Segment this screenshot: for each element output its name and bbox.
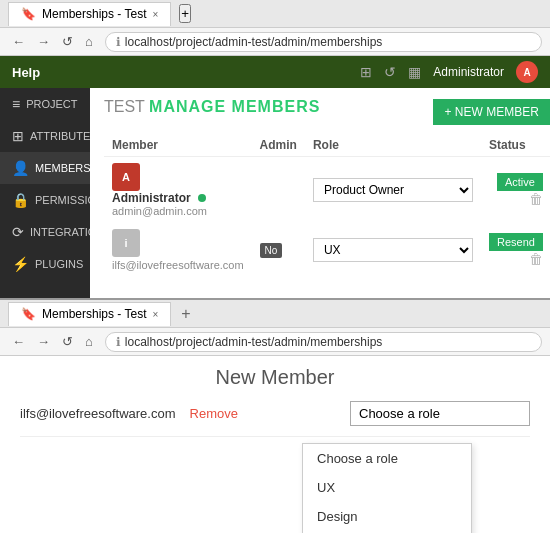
active-tab-bottom[interactable]: 🔖 Memberships - Test × (8, 302, 171, 326)
address-input-top[interactable]: ℹ localhost/project/admin-test/admin/mem… (105, 32, 542, 52)
col-admin: Admin (252, 134, 305, 157)
remove-link[interactable]: Remove (190, 406, 238, 421)
help-label: Help (12, 65, 40, 80)
sidebar-item-attributes[interactable]: ⊞ ATTRIBUTES (0, 120, 90, 152)
role-cell-1: Product Owner (305, 157, 481, 224)
sidebar-item-permissions[interactable]: 🔒 PERMISSIONS (0, 184, 90, 216)
dropdown-item-ux[interactable]: UX (303, 473, 471, 502)
title-row: TEST MANAGE MEMBERS + NEW MEMBER (104, 98, 550, 126)
browser-window-top: 🔖 Memberships - Test × + ← → ↺ ⌂ ℹ local… (0, 0, 550, 56)
delete-icon-1[interactable]: 🗑 (529, 191, 543, 207)
add-tab-top[interactable]: + (179, 4, 191, 23)
back-btn-bottom[interactable]: ← (8, 332, 29, 351)
admin-cell-1 (252, 157, 305, 224)
status-active-btn[interactable]: Active (497, 173, 543, 191)
dropdown-spacer: Choose a role UX Design Front Back Produ… (292, 443, 530, 533)
col-status: Status (481, 134, 550, 157)
address-bar-row-bottom: ← → ↺ ⌂ ℹ localhost/project/admin-test/a… (0, 328, 550, 356)
back-btn-top[interactable]: ← (8, 32, 29, 51)
role-cell-2: UX (305, 223, 481, 277)
member-avatar-2: i (112, 229, 140, 257)
active-tab-top[interactable]: 🔖 Memberships - Test × (8, 2, 171, 26)
info-icon-bottom: ℹ (116, 335, 121, 349)
reload-btn-bottom[interactable]: ↺ (58, 332, 77, 351)
status-cell-2: Resend 🗑 (481, 223, 550, 277)
image-icon[interactable]: ▦ (408, 64, 421, 80)
new-member-button[interactable]: + NEW MEMBER (433, 99, 550, 125)
header-right: ⊞ ↺ ▦ Administrator A (360, 61, 538, 83)
grid-icon[interactable]: ⊞ (360, 64, 372, 80)
member-cell-2: i ilfs@ilovefreesoftware.com (104, 223, 252, 277)
plugins-icon: ⚡ (12, 256, 29, 272)
members-table: Member Admin Role Status A Administrator (104, 134, 550, 277)
integrations-icon: ⟳ (12, 224, 24, 240)
favicon-icon-bottom: 🔖 (21, 307, 36, 321)
role-dropdown-menu: Choose a role UX Design Front Back Produ… (302, 443, 472, 533)
attributes-icon: ⊞ (12, 128, 24, 144)
nav-buttons-top: ← → ↺ ⌂ (8, 32, 97, 51)
forward-btn-bottom[interactable]: → (33, 332, 54, 351)
role-select-new[interactable]: Choose a role UX Design Front Back Produ… (350, 401, 530, 426)
test-label: TEST (104, 98, 145, 115)
info-icon: ℹ (116, 35, 121, 49)
members-icon: 👤 (12, 160, 29, 176)
sidebar-label-members: MEMBERS (35, 162, 91, 174)
new-member-modal: New Member ilfs@ilovefreesoftware.com Re… (0, 356, 550, 533)
online-indicator-1 (198, 194, 206, 202)
add-member-row: Member Administrator + Choose a role UX … (20, 436, 530, 533)
nav-buttons-bottom: ← → ↺ ⌂ (8, 332, 97, 351)
close-tab-top[interactable]: × (152, 9, 158, 20)
delete-icon-2[interactable]: 🗑 (529, 251, 543, 267)
member-avatar-1: A (112, 163, 140, 191)
address-input-bottom[interactable]: ℹ localhost/project/admin-test/admin/mem… (105, 332, 542, 352)
refresh-icon[interactable]: ↺ (384, 64, 396, 80)
member-email-2: ilfs@ilovefreesoftware.com (112, 259, 244, 271)
address-bar-row-top: ← → ↺ ⌂ ℹ localhost/project/admin-test/a… (0, 28, 550, 56)
tab-bar-top: 🔖 Memberships - Test × + (0, 0, 550, 28)
sidebar-item-integrations[interactable]: ⟳ INTEGRATIONS (0, 216, 90, 248)
admin-cell-2: No (252, 223, 305, 277)
reload-btn-top[interactable]: ↺ (58, 32, 77, 51)
col-member: Member (104, 134, 252, 157)
invited-member-row: ilfs@ilovefreesoftware.com Remove Choose… (20, 401, 530, 426)
role-dropdown-container: Choose a role UX Design Front Back Produ… (350, 401, 530, 426)
sidebar: ≡ PROJECT ⊞ ATTRIBUTES 👤 MEMBERS 🔒 PERMI… (0, 88, 90, 298)
member-email-1: admin@admin.com (112, 205, 207, 217)
role-select-1[interactable]: Product Owner (313, 178, 473, 202)
add-tab-bottom[interactable]: + (177, 305, 194, 323)
close-tab-bottom[interactable]: × (152, 309, 158, 320)
home-btn-bottom[interactable]: ⌂ (81, 332, 97, 351)
role-select-2[interactable]: UX (313, 238, 473, 262)
manage-members-label: MANAGE MEMBERS (149, 98, 320, 115)
sidebar-label-attributes: ATTRIBUTES (30, 130, 98, 142)
project-icon: ≡ (12, 96, 20, 112)
app-body: ≡ PROJECT ⊞ ATTRIBUTES 👤 MEMBERS 🔒 PERMI… (0, 88, 550, 298)
forward-btn-top[interactable]: → (33, 32, 54, 51)
invited-email: ilfs@ilovefreesoftware.com (20, 406, 176, 421)
sidebar-item-plugins[interactable]: ⚡ PLUGINS (0, 248, 90, 280)
avatar: A (516, 61, 538, 83)
page-title: TEST MANAGE MEMBERS (104, 98, 320, 116)
modal-title: New Member (20, 366, 530, 389)
member-info-1: Administrator admin@admin.com (112, 191, 207, 217)
app-header: Help ⊞ ↺ ▦ Administrator A (0, 56, 550, 88)
home-btn-top[interactable]: ⌂ (81, 32, 97, 51)
sidebar-label-plugins: PLUGINS (35, 258, 83, 270)
tab-label-top: Memberships - Test (42, 7, 146, 21)
status-resend-btn[interactable]: Resend (489, 233, 543, 251)
tab-label-bottom: Memberships - Test (42, 307, 146, 321)
dropdown-item-design[interactable]: Design (303, 502, 471, 531)
main-content: TEST MANAGE MEMBERS + NEW MEMBER Member … (90, 88, 550, 298)
favicon-icon: 🔖 (21, 7, 36, 21)
address-text-top: localhost/project/admin-test/admin/membe… (125, 35, 382, 49)
col-role: Role (305, 134, 481, 157)
status-cell-1: Active 🗑 (481, 157, 550, 224)
table-row: A Administrator admin@admin.com Produ (104, 157, 550, 224)
browser-window-bottom: 🔖 Memberships - Test × + ← → ↺ ⌂ ℹ local… (0, 298, 550, 533)
tab-bar-bottom: 🔖 Memberships - Test × + (0, 300, 550, 328)
member-name-1: Administrator (112, 191, 207, 205)
sidebar-item-project[interactable]: ≡ PROJECT (0, 88, 90, 120)
permissions-icon: 🔒 (12, 192, 29, 208)
dropdown-item-choose[interactable]: Choose a role (303, 444, 471, 473)
sidebar-item-members[interactable]: 👤 MEMBERS (0, 152, 90, 184)
